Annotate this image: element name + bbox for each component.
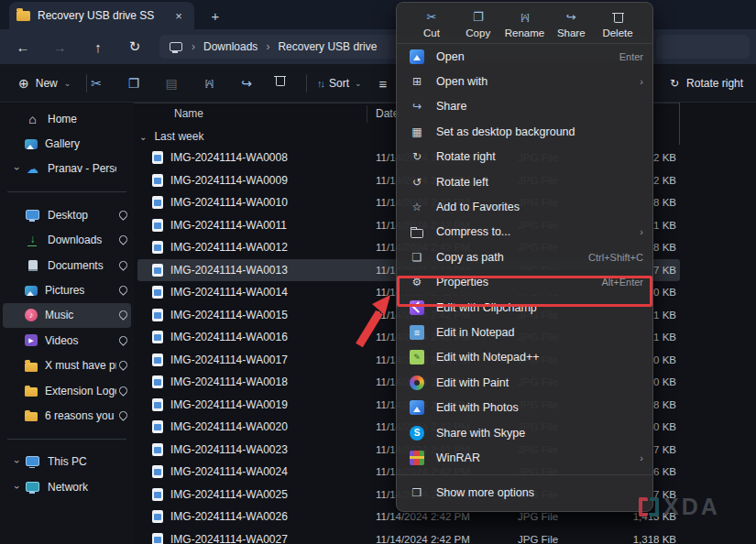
sidebar-item[interactable]: Music bbox=[3, 303, 131, 328]
context-command[interactable]: Share bbox=[551, 9, 591, 38]
sidebar-item-label: Pictures bbox=[45, 284, 116, 297]
context-menu-item[interactable]: Share bbox=[397, 94, 652, 119]
sidebar-item-label: Pranav - Personal bbox=[48, 162, 116, 175]
context-menu-item[interactable]: Edit with Photos bbox=[397, 395, 652, 419]
context-command-icon bbox=[424, 9, 440, 25]
pin-icon bbox=[116, 162, 129, 175]
file-size: 1,318 KB bbox=[633, 534, 676, 544]
menu-item-label: WinRAR bbox=[436, 452, 480, 464]
context-menu-item[interactable]: WinRAR › bbox=[397, 445, 652, 470]
sidebar-item-label: Gallery bbox=[45, 137, 116, 150]
context-command-label: Copy bbox=[466, 27, 490, 38]
context-menu-item[interactable]: Edit in Notepad bbox=[397, 320, 652, 344]
show-more-options-icon bbox=[410, 485, 424, 500]
pin-icon bbox=[116, 309, 129, 321]
up-button[interactable]: ↑ bbox=[86, 36, 110, 58]
context-command-icon bbox=[610, 9, 626, 25]
sidebar-item-label: Downloads bbox=[48, 234, 116, 246]
file-size: 2 KB bbox=[653, 175, 676, 186]
context-menu-item[interactable]: Open Enter bbox=[397, 44, 652, 69]
sidebar-item[interactable]: Home bbox=[3, 106, 131, 131]
sidebar-item[interactable]: 6 reasons you neec bbox=[3, 403, 131, 428]
toolbar-divider bbox=[306, 74, 307, 92]
sidebar-item[interactable]: › This PC bbox=[3, 450, 131, 474]
file-name: IMG-20241114-WA0013 bbox=[170, 264, 288, 277]
sort-button[interactable]: Sort ⌄ bbox=[317, 71, 362, 95]
context-menu-item[interactable]: Edit with Paint bbox=[397, 370, 652, 395]
file-row[interactable]: IMG-20241114-WA0027 11/14/2024 2:42 PM J… bbox=[137, 528, 680, 544]
copy-button[interactable] bbox=[122, 72, 146, 94]
chevron-down-icon[interactable]: ⌄ bbox=[139, 132, 147, 142]
context-menu-item[interactable]: Rotate left bbox=[397, 169, 652, 194]
menu-item-icon bbox=[410, 125, 424, 139]
forward-button[interactable]: → bbox=[48, 36, 71, 58]
sidebar-item[interactable]: Extension Logos bbox=[3, 378, 131, 403]
new-button[interactable]: New ⌄ bbox=[11, 71, 78, 95]
chevron-right-icon[interactable]: › bbox=[12, 454, 23, 469]
image-file-icon bbox=[152, 488, 163, 501]
sidebar-pinned-group: Desktop Downloads Documents bbox=[0, 202, 134, 429]
breadcrumb-downloads[interactable]: Downloads bbox=[203, 40, 257, 53]
new-tab-button[interactable]: + bbox=[203, 4, 227, 27]
pin-icon bbox=[116, 234, 129, 246]
file-name: IMG-20241114-WA0012 bbox=[170, 241, 288, 254]
breadcrumb-current-folder[interactable]: Recovery USB drive bbox=[278, 40, 377, 53]
sidebar-item[interactable]: › Network bbox=[3, 474, 131, 499]
rotate-right-button[interactable]: ↻ Rotate right bbox=[670, 71, 743, 95]
paste-button[interactable] bbox=[159, 72, 183, 94]
rename-button[interactable] bbox=[197, 72, 221, 94]
tab-close-icon[interactable]: × bbox=[170, 9, 187, 23]
sidebar-item[interactable]: Pictures bbox=[3, 277, 131, 302]
sidebar-item-icon bbox=[25, 112, 40, 126]
chevron-right-icon[interactable]: › bbox=[12, 480, 23, 495]
sidebar-item[interactable]: Downloads bbox=[3, 228, 131, 253]
context-menu-item[interactable]: Open with › bbox=[397, 69, 652, 93]
share-button[interactable] bbox=[235, 72, 258, 94]
context-command[interactable]: Copy bbox=[458, 9, 499, 38]
image-file-icon bbox=[152, 354, 163, 366]
chevron-right-icon[interactable]: › bbox=[12, 161, 23, 176]
context-command-icon bbox=[470, 9, 486, 25]
context-command[interactable]: Delete bbox=[597, 9, 638, 38]
context-command[interactable]: Rename bbox=[505, 9, 545, 38]
sidebar-item-icon bbox=[25, 480, 40, 495]
delete-button[interactable] bbox=[272, 72, 296, 94]
sidebar-item[interactable]: Videos bbox=[3, 328, 131, 353]
sidebar-item[interactable]: Documents bbox=[3, 253, 131, 277]
pin-icon bbox=[116, 137, 129, 150]
context-menu-item[interactable]: Rotate right bbox=[397, 145, 652, 169]
column-divider[interactable] bbox=[679, 103, 680, 145]
cut-button[interactable] bbox=[84, 72, 108, 94]
menu-item-shortcut: › bbox=[640, 226, 643, 237]
menu-item-label: Edit with Photos bbox=[436, 401, 519, 414]
column-divider[interactable] bbox=[367, 105, 367, 123]
sidebar-item-label: Extension Logos bbox=[45, 385, 116, 397]
pin-icon bbox=[116, 409, 129, 422]
pin-icon bbox=[116, 334, 129, 347]
group-header-last-week[interactable]: ⌄ Last week bbox=[139, 126, 203, 147]
back-button[interactable]: ← bbox=[11, 36, 35, 58]
rotate-right-icon: ↻ bbox=[670, 77, 679, 90]
explorer-tab[interactable]: Recovery USB drive SS × bbox=[9, 2, 194, 29]
file-size: 8 KB bbox=[653, 242, 676, 253]
sidebar-item-label: Music bbox=[45, 309, 116, 321]
search-input[interactable] bbox=[656, 35, 750, 59]
refresh-button[interactable]: ↻ bbox=[123, 36, 147, 58]
context-menu-item[interactable]: Set as desktop background bbox=[397, 119, 652, 144]
sidebar-item[interactable]: Gallery bbox=[3, 131, 131, 156]
context-menu-item[interactable]: Add to Favorites bbox=[397, 194, 652, 219]
breadcrumb-separator: › bbox=[192, 40, 195, 53]
sidebar-item[interactable]: X must have produ bbox=[3, 354, 131, 378]
menu-item-shortcut: › bbox=[640, 452, 643, 463]
context-menu-item[interactable]: Compress to... › bbox=[397, 220, 652, 245]
context-menu-item[interactable]: Share with Skype bbox=[397, 420, 652, 445]
file-date: 11/14/2024 2:42 PM bbox=[376, 511, 470, 522]
sidebar-item[interactable]: Desktop bbox=[3, 202, 131, 227]
column-header-name[interactable]: Name bbox=[174, 107, 203, 120]
show-more-options-item[interactable]: Show more options bbox=[397, 479, 652, 506]
view-button[interactable] bbox=[371, 72, 395, 94]
context-menu-item[interactable]: Edit with Notepad++ bbox=[397, 345, 652, 370]
context-menu-item[interactable]: Copy as path Ctrl+Shift+C bbox=[397, 245, 652, 269]
context-command[interactable]: Cut bbox=[411, 9, 452, 38]
sidebar-item[interactable]: › Pranav - Personal bbox=[3, 157, 131, 181]
